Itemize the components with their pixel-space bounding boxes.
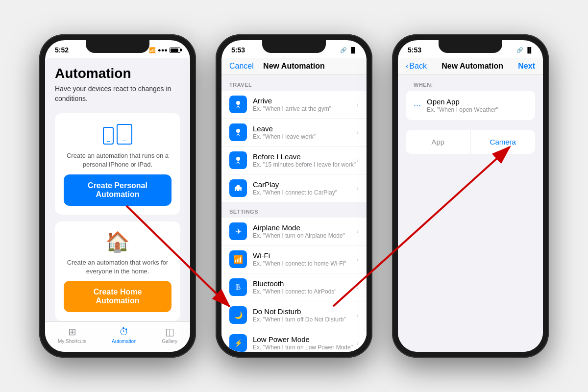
tab-gallery[interactable]: ◫ Gallery	[162, 326, 177, 344]
nav-bar-3: ‹ Back New Automation Next	[398, 58, 543, 75]
notch-1	[86, 40, 149, 53]
leave-icon	[229, 123, 247, 141]
bluetooth-text: Bluetooth Ex. "When I connect to AirPods…	[253, 279, 356, 295]
app-selector-app[interactable]: App	[406, 130, 471, 154]
when-item-sub: Ex. "When I open Weather"	[427, 106, 527, 113]
signal-icon-1: ●●●	[158, 47, 168, 53]
svg-point-0	[236, 101, 240, 105]
tablet-icon	[117, 124, 132, 145]
airplane-icon: ✈	[229, 222, 247, 240]
list-item-arrive[interactable]: Arrive Ex. "When I arrive at the gym" ›	[221, 91, 367, 119]
phone1-content: Automation Have your devices react to ch…	[45, 58, 190, 352]
create-home-automation-button[interactable]: Create Home Automation	[64, 281, 172, 312]
personal-card: Create an automation that runs on a pers…	[55, 113, 180, 214]
phone3-content: ‹ Back New Automation Next WHEN: ··· Ope…	[398, 58, 543, 352]
phone-2: 5:53 🔗 ▐▌ Cancel New Automation TRAVEL	[216, 34, 372, 358]
automation-list: TRAVEL Arrive Ex. "When I arrive at the …	[221, 75, 367, 352]
list-item-carplay[interactable]: CarPlay Ex. "When I connect to CarPlay" …	[221, 174, 367, 202]
settings-list: ✈ Airplane Mode Ex. "When I turn on Airp…	[221, 218, 367, 352]
tab-shortcuts[interactable]: ⊞ My Shortcuts	[58, 326, 86, 344]
bluetooth-icon: 𝔹	[229, 278, 247, 296]
dnd-text: Do Not Disturb Ex. "When I turn off Do N…	[253, 307, 356, 323]
before-leave-chevron: ›	[356, 156, 359, 164]
create-personal-automation-button[interactable]: Create Personal Automation	[64, 174, 172, 206]
svg-point-4	[236, 190, 237, 191]
cancel-button[interactable]: Cancel	[229, 62, 254, 71]
home-icon: 🏠	[105, 230, 130, 253]
time-2: 5:53	[231, 46, 245, 54]
travel-list: Arrive Ex. "When I arrive at the gym" › …	[221, 91, 367, 202]
personal-card-text: Create an automation that runs on a pers…	[64, 151, 172, 169]
notch-3	[439, 40, 502, 53]
airplane-text: Airplane Mode Ex. "When I turn on Airpla…	[253, 223, 356, 239]
automation-icon: ⏱	[119, 326, 129, 338]
tab-automation[interactable]: ⏱ Automation	[112, 326, 137, 344]
leave-text: Leave Ex. "When I leave work"	[253, 124, 356, 140]
leave-chevron: ›	[356, 128, 359, 136]
list-item-wifi[interactable]: 📶 Wi-Fi Ex. "When I connect to home Wi-F…	[221, 245, 367, 273]
personal-devices-icon	[103, 122, 132, 147]
app-selector-camera[interactable]: Camera	[471, 130, 536, 154]
arrive-text: Arrive Ex. "When I arrive at the gym"	[253, 97, 356, 112]
carplay-icon	[229, 179, 247, 197]
list-item-leave[interactable]: Leave Ex. "When I leave work" ›	[221, 119, 367, 147]
automation-title: Automation	[55, 66, 180, 81]
wifi-icon: 📶	[229, 250, 247, 268]
phone-icon	[103, 127, 114, 145]
phone-2-screen: 5:53 🔗 ▐▌ Cancel New Automation TRAVEL	[221, 40, 367, 352]
phone2-content: Cancel New Automation TRAVEL Arrive Ex. …	[221, 58, 367, 352]
home-card: 🏠 Create an automation that works for ev…	[55, 221, 180, 321]
when-label: WHEN:	[406, 75, 535, 91]
phone-1-screen: 5:52 📶 ●●● Automation Have your devices …	[45, 40, 190, 352]
svg-point-1	[236, 129, 240, 133]
status-icons-2: 🔗 ▐▌	[340, 47, 357, 53]
before-leave-icon	[229, 151, 247, 169]
wifi-icon-1: 📶	[149, 47, 156, 53]
when-item-text: Open App Ex. "When I open Weather"	[427, 98, 527, 113]
low-power-text: Low Power Mode Ex. "When I turn on Low P…	[253, 335, 356, 351]
link-icon-3: 🔗	[516, 47, 523, 53]
low-power-chevron: ›	[356, 339, 359, 347]
status-icons-1: 📶 ●●●	[149, 47, 180, 53]
travel-section-header: TRAVEL	[221, 75, 367, 91]
battery-1	[170, 48, 180, 53]
svg-rect-3	[235, 187, 242, 191]
list-item-before-leave[interactable]: Before I Leave Ex. "15 minutes before I …	[221, 147, 367, 174]
airplane-chevron: ›	[356, 227, 359, 235]
list-item-low-power[interactable]: ⚡ Low Power Mode Ex. "When I turn on Low…	[221, 329, 367, 352]
arrive-chevron: ›	[356, 100, 359, 108]
status-icons-3: 🔗 ▐▌	[516, 47, 533, 53]
nav-title-3: New Automation	[441, 62, 503, 71]
wifi-text: Wi-Fi Ex. "When I connect to home Wi-Fi"	[253, 251, 356, 267]
list-item-dnd[interactable]: 🌙 Do Not Disturb Ex. "When I turn off Do…	[221, 301, 367, 329]
battery-text-2: ▐▌	[349, 47, 357, 53]
shortcuts-icon: ⊞	[68, 326, 76, 338]
tab-shortcuts-label: My Shortcuts	[58, 339, 86, 344]
phone-1: 5:52 📶 ●●● Automation Have your devices …	[39, 34, 196, 358]
tab-automation-label: Automation	[112, 339, 137, 344]
time-1: 5:52	[55, 46, 69, 54]
phone-3: 5:53 🔗 ▐▌ ‹ Back New Automation Next WHE…	[392, 34, 549, 358]
dnd-chevron: ›	[356, 311, 359, 319]
gallery-icon: ◫	[165, 326, 174, 338]
battery-text-3: ▐▌	[525, 47, 533, 53]
list-item-bluetooth[interactable]: 𝔹 Bluetooth Ex. "When I connect to AirPo…	[221, 273, 367, 301]
time-3: 5:53	[408, 46, 421, 54]
low-power-icon: ⚡	[229, 334, 247, 352]
list-item-airplane[interactable]: ✈ Airplane Mode Ex. "When I turn on Airp…	[221, 218, 367, 245]
when-dots-icon: ···	[414, 100, 421, 111]
arrive-icon	[229, 96, 247, 113]
nav-bar-2: Cancel New Automation	[221, 58, 367, 75]
tab-bar-1: ⊞ My Shortcuts ⏱ Automation ◫ Gallery	[45, 321, 190, 352]
svg-point-5	[239, 190, 241, 191]
dnd-icon: 🌙	[229, 306, 247, 324]
back-button[interactable]: ‹ Back	[406, 62, 427, 71]
automation-subtitle: Have your devices react to changes in co…	[55, 84, 180, 103]
svg-point-2	[236, 157, 240, 161]
carplay-text: CarPlay Ex. "When I connect to CarPlay"	[253, 180, 356, 196]
notch-2	[262, 40, 326, 53]
home-card-text: Create an automation that works for ever…	[64, 258, 172, 276]
next-button[interactable]: Next	[518, 62, 535, 71]
carplay-chevron: ›	[356, 184, 359, 192]
link-icon-2: 🔗	[340, 47, 347, 53]
